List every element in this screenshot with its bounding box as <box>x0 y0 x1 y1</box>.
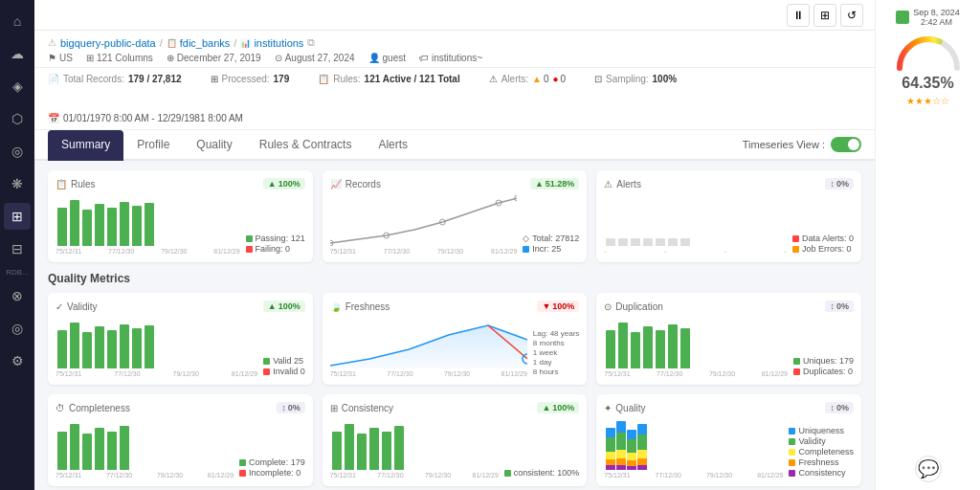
validity-icon: ✓ <box>56 301 63 312</box>
rec-x-4: 81/12/29 <box>491 248 517 255</box>
card-validity: ✓ Validity ▲ 100% <box>48 293 313 385</box>
tab-profile[interactable]: Profile <box>123 130 183 161</box>
consistent-dot <box>504 470 511 477</box>
sidebar-icon-settings[interactable]: ⚙ <box>4 347 31 374</box>
pause-button[interactable]: ⏸ <box>787 4 810 27</box>
topbar: ⏸ ⊞ ↺ <box>34 0 875 31</box>
quality-icon: ✦ <box>604 403 612 413</box>
grid-button[interactable]: ⊞ <box>813 4 836 27</box>
al-x-3: - <box>724 248 726 255</box>
sidebar-icon-chart[interactable]: ◎ <box>4 138 31 165</box>
q-consistency-dot <box>789 470 795 477</box>
meta-user: 👤 guest <box>368 53 406 63</box>
sidebar-icon-db[interactable]: ⊞ <box>4 203 31 230</box>
date-line: Sep 8, 2024 <box>913 8 960 17</box>
meta-columns: ⊞ 121 Columns <box>86 53 153 63</box>
c-bar-6 <box>120 426 129 470</box>
sidebar-icon-circle[interactable]: ◎ <box>4 315 31 342</box>
columns-value: 121 Columns <box>97 53 153 63</box>
alerts-card-icon: ⚠ <box>604 179 612 189</box>
duplication-title-text: Duplication <box>615 301 662 312</box>
uniques-dot <box>793 358 800 365</box>
alerts-title-text: Alerts <box>616 179 641 189</box>
breadcrumb-dataset[interactable]: 📋 fdic_banks <box>167 37 231 49</box>
processed-value: 179 <box>274 74 290 84</box>
tab-summary[interactable]: Summary <box>48 130 123 161</box>
quality-title-text: Quality <box>615 403 645 413</box>
sidebar-icon-leaf[interactable]: ❋ <box>4 170 31 197</box>
user-value: guest <box>383 53 406 63</box>
calendar-icon: 📅 <box>48 113 59 123</box>
consistency-x-labels: 75/12/31 77/12/30 79/12/30 81/12/29 <box>330 472 499 479</box>
alerts-label: Alerts: <box>501 74 528 84</box>
total-records-value: 179 / 27,812 <box>128 74 182 84</box>
duplication-x-labels: 75/12/31 77/12/30 79/12/30 81/12/29 <box>604 370 788 377</box>
v-bar-8 <box>145 325 154 368</box>
user-icon: 👤 <box>368 53 380 63</box>
consistency-icon: ⊞ <box>330 403 338 413</box>
tab-quality[interactable]: Quality <box>183 130 245 161</box>
d-bar-2 <box>618 323 628 368</box>
breadcrumb-sep1: / <box>160 37 163 49</box>
card-alerts-title: ⚠ Alerts <box>604 179 641 189</box>
meta-tag: 🏷 institutions~ <box>419 53 482 63</box>
sidebar-icon-cloud[interactable]: ☁ <box>4 40 31 67</box>
completeness-chart <box>56 417 234 470</box>
chat-button[interactable]: 💬 <box>915 456 942 482</box>
sidebar-icon-tag[interactable]: ⊟ <box>4 235 31 262</box>
q-freshness-label: Freshness <box>798 457 838 467</box>
rules-icon: 📋 <box>318 74 329 84</box>
bar-5 <box>107 208 117 246</box>
job-errors: Job Errors: 0 <box>792 244 854 254</box>
panel-score: 64.35% <box>902 75 953 92</box>
tab-alerts[interactable]: Alerts <box>365 130 421 161</box>
rules-chart <box>56 193 240 246</box>
card-duplication-header: ⊙ Duplication ↕ 0% <box>604 301 854 312</box>
sidebar-icon-data[interactable]: ◈ <box>4 73 31 100</box>
incomplete-dot <box>239 470 246 477</box>
breadcrumb-area: ⚠ bigquery-public-data / 📋 fdic_banks / … <box>34 31 875 68</box>
sidebar-rdb-label: RDB... <box>6 268 29 277</box>
freshness-down-icon: ▼ <box>542 301 550 311</box>
card-consistency-header: ⊞ Consistency ▲ 100% <box>330 402 580 413</box>
al-x-4: - <box>785 248 787 255</box>
a-bar-5 <box>656 238 665 246</box>
x-label-4: 81/12/29 <box>213 248 239 255</box>
rules-badge: ▲ 100% <box>263 178 305 189</box>
cons-up-icon: ▲ <box>542 403 550 412</box>
d-bar-6 <box>668 324 678 368</box>
card-validity-header: ✓ Validity ▲ 100% <box>56 301 305 312</box>
rules-badge-value: 100% <box>278 179 301 189</box>
q-consistency: Consistency <box>789 468 854 478</box>
v-bar-5 <box>107 330 117 368</box>
alerts-badge-value: 0% <box>836 179 849 189</box>
columns-icon: ⊞ <box>86 53 94 63</box>
x-label-2: 77/12/30 <box>108 248 134 255</box>
breadcrumb-table[interactable]: 📊 institutions <box>240 37 303 49</box>
a-bar-6 <box>668 238 678 246</box>
rec-x-3: 79/12/30 <box>437 248 463 255</box>
sidebar-icon-grid[interactable]: ⊗ <box>4 282 31 309</box>
q-completeness: Completeness <box>789 447 854 457</box>
copy-icon[interactable]: ⧉ <box>307 36 315 49</box>
card-consistency: ⊞ Consistency ▲ 100% <box>323 394 588 486</box>
freshness-icon: 🍃 <box>330 301 342 312</box>
processed-icon: ⊞ <box>211 74 218 84</box>
sidebar-icon-star[interactable]: ⬡ <box>4 105 31 132</box>
timeseries-toggle[interactable] <box>831 137 861 152</box>
total-label: Total: 27812 <box>532 234 579 243</box>
tab-rules[interactable]: Rules & Contracts <box>246 130 366 161</box>
refresh-button[interactable]: ↺ <box>840 4 863 27</box>
q-completeness-dot <box>789 449 795 456</box>
processed-label: Processed: <box>222 74 270 84</box>
data-alert-dot <box>792 235 799 242</box>
incomplete-item: Incomplete: 0 <box>239 468 305 478</box>
sidebar-icon-home[interactable]: ⌂ <box>4 8 31 34</box>
gauge-chart <box>895 34 962 71</box>
breadcrumb-project[interactable]: bigquery-public-data <box>60 37 156 49</box>
al-x-1: - <box>604 248 606 255</box>
freshness-x-labels: 75/12/31 77/12/30 79/12/30 81/12/29 <box>330 370 527 377</box>
stat-total-records: 📄 Total Records: 179 / 27,812 <box>48 74 182 84</box>
freshness-title-text: Freshness <box>345 301 390 312</box>
bar-8 <box>145 203 154 246</box>
